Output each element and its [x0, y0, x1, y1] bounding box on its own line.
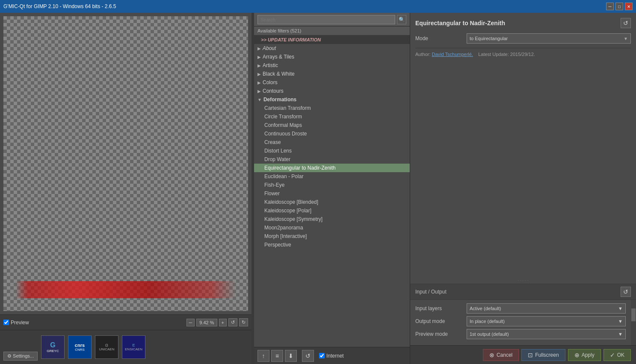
preview-panel: Preview ─ 9.42 % + ↺ ↻ ⚙ Settings... G G…	[0, 13, 251, 364]
category-label-arrays: Arrays & Tiles	[263, 54, 294, 60]
filter-subitem-dropwater[interactable]: Drop Water	[254, 155, 410, 164]
filter-subitem-cartesian[interactable]: Cartesian Transform	[254, 104, 410, 112]
filter-item-bw[interactable]: ▶ Black & White	[254, 70, 410, 78]
list-button[interactable]: ≡	[271, 350, 283, 362]
mode-value: to Equirectangular	[470, 36, 508, 41]
chevron-down-icon: ▼	[618, 332, 623, 337]
search-button[interactable]: 🔍	[397, 15, 406, 24]
apply-icon: ⊕	[574, 352, 580, 358]
input-layers-label: Input layers	[415, 305, 467, 311]
minimize-button[interactable]: ─	[606, 3, 614, 10]
preview-checkbox-label[interactable]: Preview	[3, 320, 29, 326]
cancel-icon: ⊗	[489, 352, 494, 358]
logo-ensicaen: E ENSICAEN	[122, 335, 145, 359]
filter-subitem-kaleidoscope-polar[interactable]: Kaleidoscope [Polar]	[254, 206, 410, 215]
filter-subitem-circle[interactable]: Circle Transform	[254, 112, 410, 121]
chevron-right-icon: ▶	[257, 72, 261, 76]
category-label-artistic: Artistic	[263, 62, 278, 68]
logo-greyc-label: GREYC	[47, 349, 59, 353]
category-label-deformations: Deformations	[263, 97, 296, 103]
settings-header: Equirectangular to Nadir-Zenith ↺	[415, 18, 631, 28]
filter-item-about[interactable]: ▶ About	[254, 44, 410, 53]
apply-label: Apply	[582, 352, 595, 358]
input-layers-value: Active (default)	[470, 306, 501, 311]
filter-subitem-crease[interactable]: Crease	[254, 138, 410, 147]
latest-update-label: Latest Update:	[478, 52, 509, 57]
filter-subitem-euclidean[interactable]: Euclidean - Polar	[254, 172, 410, 181]
output-mode-label: Output mode	[415, 318, 467, 324]
internet-toggle[interactable]: Internet	[319, 353, 344, 359]
output-mode-dropdown[interactable]: In place (default) ▼	[467, 316, 626, 326]
fullscreen-button[interactable]: ⊡ Fullscreen	[521, 349, 565, 361]
close-button[interactable]: ✕	[625, 3, 633, 10]
io-scroll-area: Input layers Active (default) ▼ Output m…	[410, 300, 631, 345]
filter-subitem-morph[interactable]: Morph [Interactive]	[254, 232, 410, 241]
settings-button[interactable]: ⚙ Settings...	[3, 352, 38, 361]
fullscreen-label: Fullscreen	[535, 352, 559, 358]
preview-checkbox[interactable]	[3, 320, 9, 325]
output-mode-row: Output mode In place (default) ▼	[415, 316, 626, 326]
internet-checkbox[interactable]	[319, 353, 325, 358]
filter-toolbar: ↑ ≡ ⬇ ↺ Internet	[254, 347, 410, 364]
filter-subitem-moon2panorama[interactable]: Moon2panorama	[254, 223, 410, 232]
filter-item-arrays[interactable]: ▶ Arrays & Tiles	[254, 53, 410, 61]
io-scrollbar[interactable]	[631, 300, 636, 345]
zoom-in-button[interactable]: +	[219, 319, 227, 326]
filter-subitem-distort[interactable]: Distort Lens	[254, 147, 410, 155]
fit-button[interactable]: ↺	[228, 318, 237, 326]
filter-subitem-continuous[interactable]: Continuous Droste	[254, 129, 410, 138]
filter-item-colors[interactable]: ▶ Colors	[254, 78, 410, 87]
input-layers-dropdown[interactable]: Active (default) ▼	[467, 303, 626, 314]
cancel-label: Cancel	[497, 352, 512, 358]
apply-button[interactable]: ⊕ Apply	[568, 349, 601, 361]
filter-subitem-equirect[interactable]: Equirectangular to Nadir-Zenith	[254, 164, 410, 172]
window-controls: ─ □ ✕	[606, 3, 633, 10]
io-refresh-button[interactable]: ↺	[621, 287, 631, 297]
window-title: G'MIC-Qt for GIMP 2.10 - Windows 64 bits…	[3, 3, 116, 9]
cancel-button[interactable]: ⊗ Cancel	[483, 349, 519, 361]
author-name[interactable]: David Tschumperlé.	[432, 52, 473, 57]
logo-cnrs-label: CNRS	[75, 348, 85, 352]
chevron-right-icon: ▶	[257, 80, 261, 85]
filter-item-update[interactable]: >> UPDATE INFORMATION	[254, 35, 410, 44]
filter-subitem-conformal[interactable]: Conformal Maps	[254, 121, 410, 129]
refresh-filters-button[interactable]: ↺	[302, 350, 314, 362]
zoom-out-button[interactable]: ─	[186, 319, 195, 326]
right-panel: Equirectangular to Nadir-Zenith ↺ Mode t…	[410, 13, 636, 364]
logo-greyc: G GREYC	[41, 335, 65, 359]
fullscreen-icon: ⊡	[528, 352, 533, 358]
filter-item-contours[interactable]: ▶ Contours	[254, 87, 410, 95]
filter-subitem-kaleidoscope-blended[interactable]: Kaleidoscope [Blended]	[254, 198, 410, 206]
ok-button[interactable]: ✓ OK	[603, 349, 631, 361]
filter-title: Equirectangular to Nadir-Zenith	[415, 20, 505, 26]
filter-panel: 🔍 Available filters (521) >> UPDATE INFO…	[254, 13, 410, 364]
scrollbar-thumb[interactable]	[631, 308, 636, 321]
checker-background	[3, 16, 248, 311]
filter-subitem-kaleidoscope-symmetry[interactable]: Kaleidoscope [Symmetry]	[254, 215, 410, 223]
chevron-right-icon: ▶	[257, 46, 261, 51]
search-bar: 🔍	[254, 13, 410, 26]
filter-item-deformations[interactable]: ▼ Deformations	[254, 95, 410, 104]
search-input[interactable]	[257, 15, 395, 24]
filter-subitem-flower[interactable]: Flower	[254, 189, 410, 198]
filter-item-artistic[interactable]: ▶ Artistic	[254, 61, 410, 70]
ok-label: OK	[617, 352, 624, 358]
logo-cnrs: cnrs CNRS	[68, 335, 92, 359]
reset-button[interactable]: ↻	[239, 318, 248, 326]
separator-dots: · · · · ·	[410, 277, 636, 284]
download-button[interactable]: ⬇	[285, 350, 297, 362]
preview-toolbar: Preview ─ 9.42 % + ↺ ↻	[0, 314, 251, 330]
author-line: Author: David Tschumperlé. Latest Update…	[415, 52, 631, 57]
filter-subitem-perspective[interactable]: Perspective	[254, 241, 410, 249]
preview-mode-row: Preview mode 1st output (default) ▼	[415, 329, 626, 339]
mode-dropdown[interactable]: to Equirectangular ▼	[467, 33, 631, 44]
preview-mode-dropdown[interactable]: 1st output (default) ▼	[467, 329, 626, 339]
category-label-bw: Black & White	[263, 71, 295, 77]
maximize-button[interactable]: □	[615, 3, 623, 10]
add-fav-button[interactable]: ↑	[257, 350, 269, 362]
action-bar: ⊗ Cancel ⊡ Fullscreen ⊕ Apply ✓ OK	[410, 345, 636, 364]
category-label-about: About	[263, 45, 276, 51]
filter-subitem-fisheye[interactable]: Fish-Eye	[254, 181, 410, 189]
filter-settings-area: Equirectangular to Nadir-Zenith ↺ Mode t…	[410, 13, 636, 277]
refresh-button[interactable]: ↺	[621, 18, 631, 28]
